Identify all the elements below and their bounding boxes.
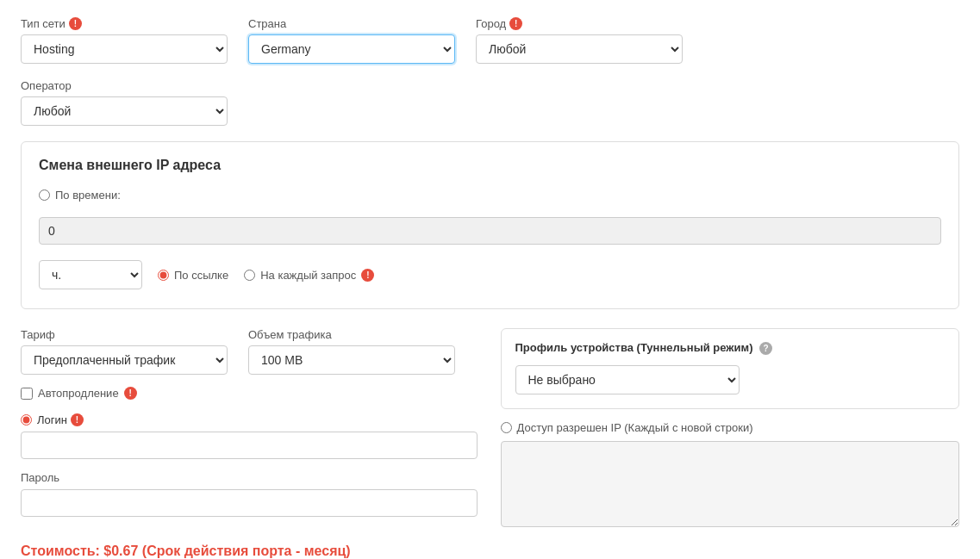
- per-request-radio[interactable]: [244, 270, 255, 281]
- login-info-icon[interactable]: !: [71, 413, 84, 426]
- city-field: Город ! Любой Berlin Frankfurt Munich: [476, 17, 683, 64]
- network-type-field: Тип сети ! Hosting Mobile Residential Da…: [21, 17, 228, 64]
- per-request-label[interactable]: На каждый запрос: [260, 269, 356, 282]
- access-ip-radio[interactable]: [501, 422, 512, 433]
- traffic-label: Объем трафика: [248, 328, 455, 341]
- left-column: Тариф Предоплаченный трафик Безлимитный …: [21, 328, 480, 530]
- country-label: Страна: [248, 17, 455, 30]
- tariff-select[interactable]: Предоплаченный трафик Безлимитный Ротаци…: [21, 345, 228, 375]
- country-select[interactable]: Germany USA France UK Netherlands: [248, 34, 455, 64]
- password-input[interactable]: [21, 489, 478, 517]
- ip-change-section: Смена внешнего IP адреса По времени: ч. …: [21, 141, 959, 309]
- city-select[interactable]: Любой Berlin Frankfurt Munich: [476, 34, 683, 64]
- autorenew-group: Автопродление !: [21, 387, 480, 400]
- access-ip-label[interactable]: Доступ разрешен IP (Каждый с новой строк…: [517, 421, 753, 434]
- password-group: Пароль: [21, 471, 480, 517]
- network-type-label: Тип сети !: [21, 17, 228, 30]
- access-ip-group: Доступ разрешен IP (Каждый с новой строк…: [501, 421, 960, 434]
- profile-title: Профиль устройства (Туннельный режим) ?: [515, 341, 946, 355]
- login-input[interactable]: [21, 432, 478, 459]
- autorenew-checkbox[interactable]: [21, 388, 33, 400]
- city-info-icon[interactable]: !: [509, 17, 522, 30]
- operator-select[interactable]: Любой Deutsche Telekom Vodafone O2: [21, 96, 228, 126]
- autorenew-info-icon[interactable]: !: [124, 387, 137, 400]
- login-row: Логин !: [21, 413, 480, 426]
- by-time-radio[interactable]: [39, 189, 50, 201]
- right-column: Профиль устройства (Туннельный режим) ? …: [501, 328, 960, 530]
- network-type-select[interactable]: Hosting Mobile Residential Datacenter: [21, 34, 228, 64]
- access-ip-textarea[interactable]: [501, 441, 960, 527]
- per-request-info-icon[interactable]: !: [361, 269, 374, 282]
- time-value-input[interactable]: [39, 217, 941, 245]
- password-label: Пароль: [21, 471, 480, 484]
- autorenew-label[interactable]: Автопродление: [38, 387, 119, 400]
- cost-line: Стоимость: $0.67 (Срок действия порта - …: [21, 543, 959, 559]
- by-link-label[interactable]: По ссылке: [174, 269, 228, 282]
- traffic-select[interactable]: 100 MB 500 MB 1 GB 5 GB 10 GB: [248, 345, 455, 375]
- per-request-radio-group: На каждый запрос !: [244, 269, 374, 282]
- network-type-info-icon[interactable]: !: [69, 17, 82, 30]
- login-field-label[interactable]: Логин !: [37, 413, 84, 426]
- operator-field: Оператор Любой Deutsche Telekom Vodafone…: [21, 79, 228, 126]
- profile-help-icon[interactable]: ?: [759, 342, 772, 355]
- by-link-radio-group: По ссылке: [158, 269, 228, 282]
- time-unit-select[interactable]: ч. мин. сек.: [39, 260, 142, 289]
- by-time-radio-group: По времени:: [39, 189, 121, 202]
- by-time-label[interactable]: По времени:: [55, 189, 121, 202]
- operator-label: Оператор: [21, 79, 228, 92]
- login-radio[interactable]: [21, 414, 32, 425]
- traffic-field: Объем трафика 100 MB 500 MB 1 GB 5 GB 10…: [248, 328, 455, 375]
- tariff-field: Тариф Предоплаченный трафик Безлимитный …: [21, 328, 228, 375]
- profile-box: Профиль устройства (Туннельный режим) ? …: [501, 328, 960, 409]
- country-field: Страна Germany USA France UK Netherlands: [248, 17, 455, 64]
- profile-select[interactable]: Не выбрано Chrome Windows Firefox Linux …: [515, 365, 740, 394]
- ip-change-title: Смена внешнего IP адреса: [39, 158, 941, 173]
- tariff-label: Тариф: [21, 328, 228, 341]
- by-link-radio[interactable]: [158, 270, 169, 281]
- city-label: Город !: [476, 17, 683, 30]
